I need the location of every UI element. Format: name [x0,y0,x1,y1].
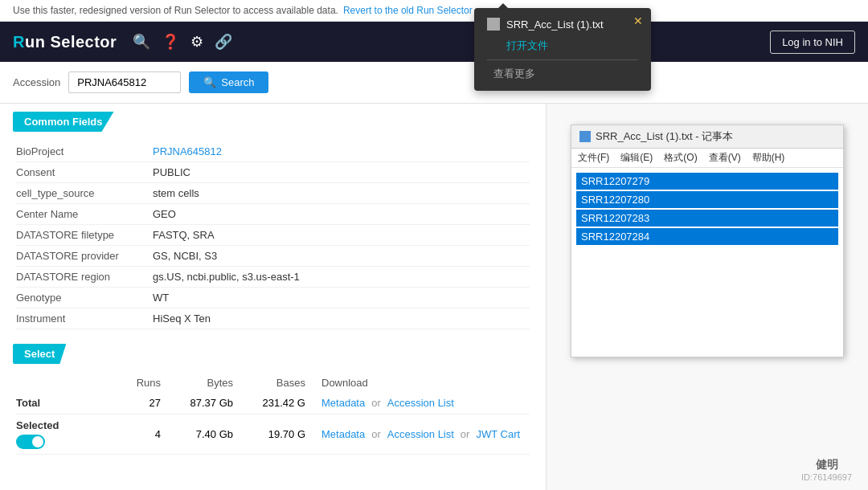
accession-input[interactable] [68,71,181,93]
field-value-provider: GS, NCBI, S3 [153,250,217,262]
field-row: Center Name GEO [16,204,530,225]
col-header-bytes: Bytes [161,377,233,389]
notepad-line: SRR12207284 [576,228,838,245]
dropdown-filename: SRR_Acc_List (1).txt [506,18,604,31]
stats-header: Runs Bytes Bases Download [16,374,530,392]
selected-or-1: or [371,428,381,440]
file-icon [487,18,500,31]
field-name-genotype: Genotype [16,292,153,304]
field-row: cell_type_source stem cells [16,183,530,204]
selected-runs: 4 [113,428,161,440]
selected-download: Metadata or Accession List or JWT Cart [305,428,530,440]
selected-toggle[interactable] [16,435,45,449]
top-banner: Use this faster, redesigned version of R… [0,0,868,22]
col-header-bases: Bases [233,377,305,389]
watermark: 健明 ID:76149697 [801,458,852,482]
selected-bytes: 7.40 Gb [161,428,233,440]
selected-or-2: or [461,428,470,440]
field-row: BioProject PRJNA645812 [16,141,530,162]
field-value-genotype: WT [153,292,169,304]
notepad-line: SRR12207279 [576,173,838,190]
notepad-line: SRR12207280 [576,191,838,208]
field-name-consent: Consent [16,166,153,178]
close-dropdown-icon[interactable]: ✕ [633,14,643,27]
help-icon[interactable]: ❓ [162,33,179,51]
notepad-line: SRR12207283 [576,210,838,227]
stats-row-total: Total 27 87.37 Gb 231.42 G Metadata or A… [16,392,530,414]
app-title: Run Selector [13,33,117,51]
selected-label: Selected [16,419,113,449]
field-value-bioproject[interactable]: PRJNA645812 [153,145,222,157]
notepad-menubar: 文件(F) 编辑(E) 格式(O) 查看(V) 帮助(H) [571,149,843,168]
link-icon[interactable]: 🔗 [215,33,232,51]
selected-bases: 19.70 G [233,428,305,440]
watermark-brand: 健明 [801,458,852,472]
field-row: Instrument HiSeq X Ten [16,308,530,329]
notepad-content: SRR12207279 SRR12207280 SRR12207283 SRR1… [571,168,843,251]
col-header-label [16,377,113,389]
notepad-app-icon [579,131,591,142]
notepad-window: SRR_Acc_List (1).txt - 记事本 文件(F) 编辑(E) 格… [571,125,844,357]
field-value-consent: PUBLIC [153,166,190,178]
field-row: DATASTORE filetype FASTQ, SRA [16,225,530,246]
header-left: Run Selector 🔍 ❓ ⚙ 🔗 [13,33,232,51]
search-btn-icon: 🔍 [203,76,216,88]
login-button[interactable]: Log in to NIH [770,31,855,54]
banner-text: Use this faster, redesigned version of R… [13,5,338,16]
dropdown-more-link[interactable]: 查看更多 [487,59,638,81]
field-row: Genotype WT [16,288,530,308]
field-row: Consent PUBLIC [16,162,530,183]
fields-table: BioProject PRJNA645812 Consent PUBLIC ce… [0,141,546,329]
search-icon[interactable]: 🔍 [133,33,150,51]
col-header-runs: Runs [113,377,161,389]
selected-jwt-link[interactable]: JWT Cart [476,428,520,440]
field-value-region: gs.US, ncbi.public, s3.us-east-1 [153,271,300,283]
header-icons: 🔍 ❓ ⚙ 🔗 [133,33,232,51]
total-runs: 27 [113,397,161,409]
revert-link[interactable]: Revert to the old Run Selector [343,5,473,16]
field-name-center: Center Name [16,208,153,220]
stats-table: Runs Bytes Bases Download Total 27 87.37… [0,374,546,455]
toggle-container [16,435,113,449]
field-name-instrument: Instrument [16,312,153,325]
left-panel: Common Fields BioProject PRJNA645812 Con… [0,104,547,490]
dropdown-open-link[interactable]: 打开文件 [487,39,638,53]
search-btn-label: Search [221,76,254,88]
notepad-menu-edit[interactable]: 编辑(E) [620,151,653,165]
notepad-menu-help[interactable]: 帮助(H) [752,151,785,165]
field-name-filetype: DATASTORE filetype [16,229,153,241]
common-fields-section: Common Fields BioProject PRJNA645812 Con… [0,112,546,329]
field-name-bioproject: BioProject [16,145,153,157]
field-name-provider: DATASTORE provider [16,250,153,262]
common-fields-tag: Common Fields [13,112,114,132]
field-value-filetype: FASTQ, SRA [153,229,215,241]
notepad-titlebar: SRR_Acc_List (1).txt - 记事本 [571,125,843,149]
selected-accession-link[interactable]: Accession List [387,428,454,440]
total-metadata-link[interactable]: Metadata [321,397,365,409]
notepad-menu-file[interactable]: 文件(F) [578,151,609,165]
notepad-menu-format[interactable]: 格式(O) [664,151,697,165]
col-header-download: Download [305,377,530,389]
select-tag: Select [13,344,66,364]
selected-metadata-link[interactable]: Metadata [321,428,365,440]
field-value-cell-type: stem cells [153,187,199,199]
watermark-id: ID:76149697 [801,472,852,482]
stats-row-selected: Selected 4 7.40 Gb 19.70 G Metadata or A… [16,414,530,455]
field-row: DATASTORE region gs.US, ncbi.public, s3.… [16,267,530,288]
search-button[interactable]: 🔍 Search [189,71,268,93]
field-value-center: GEO [153,208,176,220]
field-name-region: DATASTORE region [16,271,153,283]
notepad-title: SRR_Acc_List (1).txt - 记事本 [596,129,733,144]
total-accession-link[interactable]: Accession List [387,397,454,409]
notepad-menu-view[interactable]: 查看(V) [709,151,741,165]
total-label: Total [16,397,113,409]
dropdown-file: SRR_Acc_List (1).txt [487,18,638,31]
select-section: Select Runs Bytes Bases Download Total 2… [0,336,546,463]
total-download: Metadata or Accession List [305,397,530,409]
field-name-cell-type: cell_type_source [16,187,153,199]
settings-icon[interactable]: ⚙ [190,33,203,51]
field-row: DATASTORE provider GS, NCBI, S3 [16,246,530,267]
dropdown-notification: ✕ SRR_Acc_List (1).txt 打开文件 查看更多 [474,8,651,91]
total-or-1: or [371,397,381,409]
total-bytes: 87.37 Gb [161,397,233,409]
